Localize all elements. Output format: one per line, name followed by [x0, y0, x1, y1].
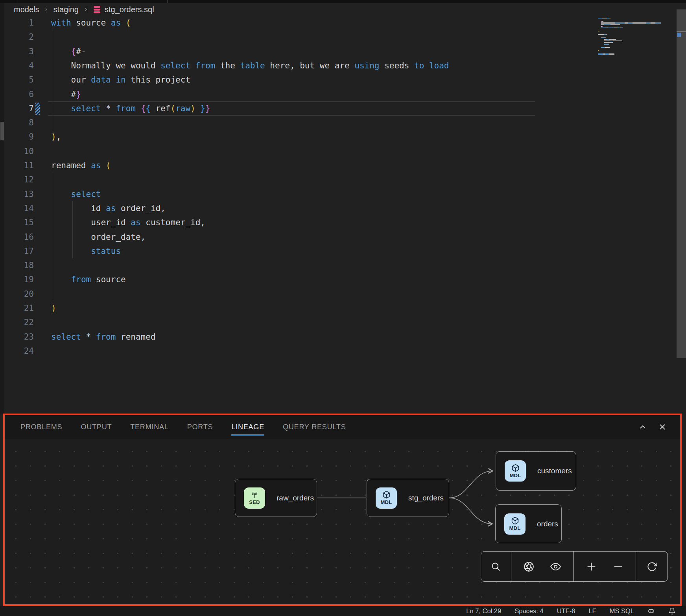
panel-tab-lineage[interactable]: LINEAGE: [231, 423, 264, 431]
code-text: Normally we would select from the table …: [71, 59, 449, 73]
code-line-11[interactable]: 11renamed as (: [0, 158, 686, 173]
minimap-line: [621, 22, 625, 23]
minimap-line: [598, 50, 599, 51]
line-number: 10: [0, 144, 34, 158]
status-eol[interactable]: LF: [588, 607, 596, 615]
line-number: 21: [0, 301, 34, 315]
indent-guide: [53, 30, 53, 130]
status-cursor-position[interactable]: Ln 7, Col 29: [466, 607, 501, 615]
eye-icon: [550, 561, 561, 572]
minus-button[interactable]: [609, 557, 627, 576]
lineage-node-raw_orders[interactable]: SEDraw_orders: [235, 479, 317, 517]
breadcrumb-item-file[interactable]: stg_orders.sql: [105, 5, 154, 14]
code-text: #}: [71, 87, 81, 101]
minimap-line: [610, 18, 610, 18]
panel-tabs: PROBLEMSOUTPUTTERMINALPORTSLINEAGEQUERY …: [20, 423, 346, 431]
code-line-1[interactable]: 1with source as (: [0, 16, 686, 30]
status-indentation[interactable]: Spaces: 4: [514, 607, 543, 615]
line-number: 16: [0, 230, 34, 244]
code-line-16[interactable]: 16order_date,: [0, 230, 686, 244]
indent-guide: [53, 173, 53, 301]
panel-tab-output[interactable]: OUTPUT: [81, 423, 112, 431]
code-line-21[interactable]: 21): [0, 301, 686, 315]
editor-scrollbar[interactable]: [677, 9, 686, 358]
node-badge-model: MDL: [504, 513, 526, 535]
panel-tab-bar: PROBLEMSOUTPUTTERMINALPORTSLINEAGEQUERY …: [5, 415, 680, 439]
minimap-line: [628, 22, 633, 23]
close-button[interactable]: [658, 423, 667, 431]
bell-button[interactable]: [668, 607, 676, 615]
copilot-button[interactable]: [647, 607, 655, 615]
window-top-strip: [0, 0, 686, 3]
status-encoding[interactable]: UTF-8: [557, 607, 575, 615]
lineage-toolbar: [481, 551, 668, 582]
code-line-23[interactable]: 23select * from renamed: [0, 330, 686, 344]
code-line-19[interactable]: 19from source: [0, 272, 686, 287]
code-line-12[interactable]: 12: [0, 173, 686, 187]
code-line-8[interactable]: 8: [0, 116, 686, 130]
overview-ruler-modified-marker: [677, 33, 681, 37]
code-text: order_date,: [91, 230, 146, 244]
code-line-20[interactable]: 20: [0, 287, 686, 301]
lineage-node-stg_orders[interactable]: MDLstg_orders: [367, 479, 449, 517]
code-line-5[interactable]: 5our data in this project: [0, 73, 686, 87]
chevron-up-icon: [638, 423, 647, 431]
panel-tab-terminal[interactable]: TERMINAL: [130, 423, 168, 431]
minimap-line: [601, 24, 604, 25]
line-number: 20: [0, 287, 34, 301]
panel-tab-query-results[interactable]: QUERY RESULTS: [283, 423, 346, 431]
code-line-15[interactable]: 15user_id as customer_id,: [0, 215, 686, 230]
node-badge-seed: SED: [244, 487, 265, 509]
aperture-button[interactable]: [520, 557, 538, 576]
code-line-2[interactable]: 2: [0, 30, 686, 44]
code-line-9[interactable]: 9),: [0, 130, 686, 144]
minimap-line: [598, 18, 602, 18]
code-line-24[interactable]: 24: [0, 344, 686, 358]
panel-tab-problems[interactable]: PROBLEMS: [20, 423, 62, 431]
code-line-14[interactable]: 14id as order_id,: [0, 201, 686, 215]
plus-button[interactable]: [582, 557, 600, 576]
toolbar-group: [481, 552, 511, 581]
cube-icon: [511, 464, 520, 472]
git-modified-indicator: [35, 103, 40, 115]
breadcrumb-item-models[interactable]: models: [14, 5, 39, 14]
status-language-mode[interactable]: MS SQL: [610, 607, 634, 615]
breadcrumb-item-staging[interactable]: staging: [53, 5, 79, 14]
code-editor[interactable]: 1with source as (23{#-4Normally we would…: [0, 16, 686, 362]
refresh-button[interactable]: [643, 557, 661, 576]
tab-edge-mark: [16, 0, 16, 3]
code-line-13[interactable]: 13select: [0, 187, 686, 201]
code-line-18[interactable]: 18: [0, 258, 686, 272]
chevron-up-button[interactable]: [638, 423, 647, 431]
database-icon: [93, 6, 101, 14]
node-badge-text: MDL: [380, 499, 392, 505]
lineage-node-customers[interactable]: MDLcustomers: [496, 451, 576, 491]
code-text: from source: [71, 272, 126, 287]
panel-tab-ports[interactable]: PORTS: [187, 423, 213, 431]
minimap-line: [615, 22, 621, 23]
minimap-line: [625, 22, 628, 23]
code-line-4[interactable]: 4Normally we would select from the table…: [0, 59, 686, 73]
minimap[interactable]: [596, 16, 674, 65]
node-badge-text: SED: [249, 499, 260, 505]
minimap-line: [604, 24, 608, 25]
lineage-node-orders[interactable]: MDLorders: [495, 504, 562, 543]
code-text: user_id as customer_id,: [91, 215, 205, 230]
code-line-17[interactable]: 17status: [0, 244, 686, 258]
chevron-right-icon: [43, 7, 49, 12]
code-line-6[interactable]: 6#}: [0, 87, 686, 101]
code-line-22[interactable]: 22: [0, 315, 686, 329]
code-line-10[interactable]: 10: [0, 144, 686, 158]
aperture-icon: [524, 561, 534, 572]
line-number: 18: [0, 258, 34, 272]
code-line-7[interactable]: 7select * from {{ ref(raw) }}: [0, 101, 686, 116]
code-text: id as order_id,: [91, 201, 166, 215]
minimap-line: [605, 47, 610, 48]
minimap-line: [601, 47, 605, 48]
search-button[interactable]: [487, 557, 505, 576]
minimap-line: [604, 42, 613, 43]
breadcrumb: models staging stg_orders.sql: [0, 3, 686, 16]
eye-button[interactable]: [546, 557, 564, 576]
minimap-line: [614, 28, 617, 28]
code-line-3[interactable]: 3{#-: [0, 44, 686, 59]
